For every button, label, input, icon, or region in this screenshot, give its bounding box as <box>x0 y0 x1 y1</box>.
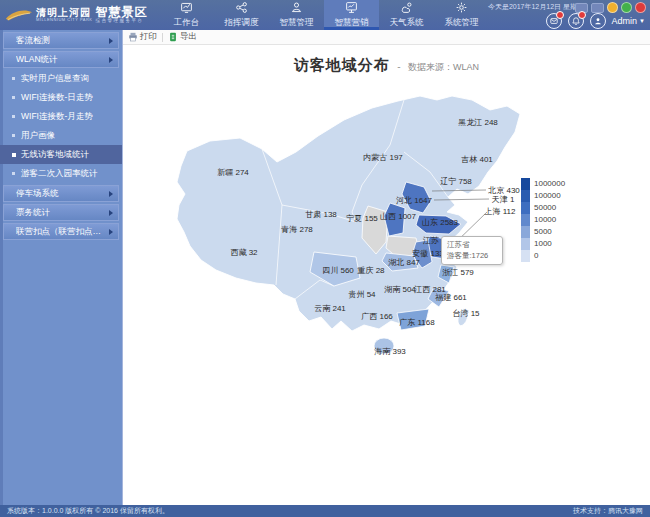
sidebar-item-label: 游客二次入园率统计 <box>21 168 98 180</box>
map-region-label: 青海 278 <box>281 224 313 235</box>
map-region-label: 山东 2583 <box>422 217 458 228</box>
expand-icon <box>109 191 113 197</box>
sidebar-group-3[interactable]: 停车场系统 <box>3 185 119 202</box>
nav-tab-6[interactable]: 系统管理 <box>434 0 489 30</box>
sidebar: 客流检测WLAN统计实时用户信息查询WIFI连接数-日走势WIFI连接数-月走势… <box>0 30 123 505</box>
map-region-label: 内蒙古 197 <box>363 152 403 163</box>
expand-icon <box>109 38 113 44</box>
nav-tab-label: 天气系统 <box>390 17 424 29</box>
map-region-label: 广西 166 <box>361 311 393 322</box>
user-name: Admin <box>612 16 638 26</box>
minimize-button[interactable] <box>607 2 618 13</box>
bullet-icon <box>12 153 16 157</box>
expand-icon <box>109 229 113 235</box>
legend-swatch <box>521 250 530 262</box>
map-region-label: 四川 560 <box>322 265 354 276</box>
nav-tab-label: 工作台 <box>174 17 200 29</box>
bullet-icon <box>12 115 15 118</box>
legend-row: 1000000 <box>521 178 565 190</box>
close-button[interactable] <box>635 2 646 13</box>
chevron-down-icon: ▼ <box>639 18 645 24</box>
map-region-label: 河北 1647 <box>396 195 432 206</box>
map-region-label: 广东 1168 <box>399 317 434 328</box>
bullet-icon <box>12 172 15 175</box>
sidebar-item[interactable]: 无线访客地域统计 <box>0 145 122 164</box>
support-text: 技术支持：腾讯大豫网 <box>573 506 643 516</box>
legend-swatch <box>521 214 530 226</box>
sidebar-item[interactable]: 实时用户信息查询 <box>0 69 122 88</box>
version-text: 系统版本：1.0.0.0 版权所有 © 2016 保留所有权利。 <box>7 506 169 516</box>
map-region-label: 甘肃 138 <box>305 209 337 220</box>
map-region-label: 海南 393 <box>374 346 406 357</box>
nav-tab-label: 智慧营销 <box>335 17 369 29</box>
legend-row: 100000 <box>521 190 565 202</box>
nav-tab-2[interactable]: 指挥调度 <box>214 0 269 30</box>
sidebar-item[interactable]: 游客二次入园率统计 <box>0 164 122 183</box>
legend-swatch <box>521 202 530 214</box>
sidebar-item[interactable]: WIFI连接数-月走势 <box>0 107 122 126</box>
nav-tab-5[interactable]: 天气系统 <box>379 0 434 30</box>
legend-swatch <box>521 178 530 190</box>
map-region-label: 吉林 401 <box>461 154 493 165</box>
main-nav: 工作台指挥调度智慧管理智慧营销天气系统系统管理 <box>159 0 489 30</box>
map-region-label: 贵州 54 <box>348 289 375 300</box>
tooltip-region: 江苏省 <box>447 239 497 250</box>
sidebar-group-2[interactable]: WLAN统计 <box>3 51 119 68</box>
dispatch-icon <box>235 1 248 16</box>
sidebar-item-label: 实时用户信息查询 <box>21 73 89 85</box>
map-region-label: 新疆 274 <box>217 167 249 178</box>
legend-row: 50000 <box>521 202 565 214</box>
user-cluster: Admin ▼ <box>546 13 645 29</box>
sidebar-group-5[interactable]: 联营扣点（联营扣点智... <box>3 223 119 240</box>
legend-label: 100000 <box>534 190 561 202</box>
avatar[interactable] <box>590 13 606 29</box>
legend-row: 5000 <box>521 226 565 238</box>
bell-icon[interactable] <box>568 13 584 29</box>
app-window: 清明上河园 MILLENNIUM CITY PARK 智慧景区 综合管理服务平台… <box>0 0 650 517</box>
map-region-label: 黑龙江 248 <box>458 117 498 128</box>
notification-badge <box>556 11 564 19</box>
legend-swatch <box>521 190 530 202</box>
sidebar-group-label: 联营扣点（联营扣点智... <box>16 226 106 238</box>
sidebar-item-label: 无线访客地域统计 <box>21 149 89 161</box>
notification-badge-2 <box>578 11 586 19</box>
map-legend[interactable]: 10000001000005000010000500010000 <box>521 178 565 262</box>
sidebar-group-4[interactable]: 票务统计 <box>3 204 119 221</box>
nav-tab-1[interactable]: 工作台 <box>159 0 214 30</box>
map-region-label: 重庆 28 <box>357 265 384 276</box>
legend-label: 5000 <box>534 226 552 238</box>
sidebar-item-label: WIFI连接数-日走势 <box>21 92 93 104</box>
brand-name-en: MILLENNIUM CITY PARK <box>36 18 93 22</box>
map-region-label: 台湾 15 <box>452 308 479 319</box>
sidebar-item-label: WIFI连接数-月走势 <box>21 111 93 123</box>
messages-icon[interactable] <box>546 13 562 29</box>
workbench-icon <box>180 1 193 16</box>
maximize-button[interactable] <box>621 2 632 13</box>
map-region-label: 江苏 <box>423 235 439 246</box>
legend-swatch <box>521 238 530 250</box>
display-icon-2[interactable] <box>591 3 604 13</box>
map-region-label: 福建 661 <box>435 292 467 303</box>
bullet-icon <box>12 77 15 80</box>
sidebar-item[interactable]: 用户画像 <box>0 126 122 145</box>
weather-icon <box>400 1 413 16</box>
sidebar-group-label: 票务统计 <box>16 207 106 219</box>
map-region-label: 辽宁 758 <box>440 176 472 187</box>
sidebar-group-1[interactable]: 客流检测 <box>3 32 119 49</box>
bullet-icon <box>12 134 15 137</box>
gear-icon <box>455 1 468 16</box>
map-tooltip: 江苏省 游客量:1726 <box>441 236 503 265</box>
map-region-label: 湖南 504 <box>384 284 416 295</box>
legend-row: 1000 <box>521 238 565 250</box>
sidebar-item[interactable]: WIFI连接数-日走势 <box>0 88 122 107</box>
app-header: 清明上河园 MILLENNIUM CITY PARK 智慧景区 综合管理服务平台… <box>0 0 650 30</box>
legend-label: 10000 <box>534 214 556 226</box>
map-region-label: 上海 112 <box>485 206 516 217</box>
current-date: 今天是2017年12月12日 星期二 <box>488 2 584 12</box>
user-menu[interactable]: Admin ▼ <box>612 16 645 26</box>
map-region-label: 云南 241 <box>314 303 346 314</box>
window-controls <box>575 2 646 13</box>
nav-tab-3[interactable]: 智慧管理 <box>269 0 324 30</box>
nav-tab-4[interactable]: 智慧营销 <box>324 0 379 30</box>
tooltip-metric: 游客量:1726 <box>447 250 497 261</box>
